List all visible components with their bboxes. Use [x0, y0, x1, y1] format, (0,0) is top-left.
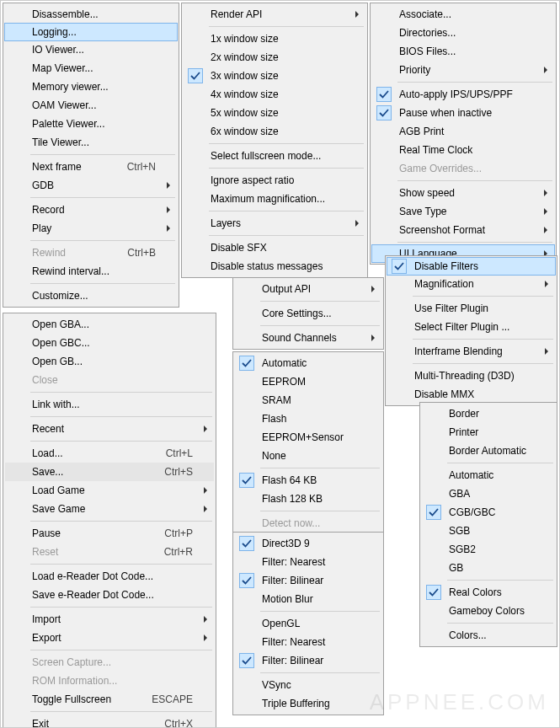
menu-item[interactable]: Logging...	[4, 23, 178, 41]
filters-menu[interactable]: Disable FiltersMagnificationUse Filter P…	[385, 255, 557, 406]
menu-item[interactable]: Open GBC...	[5, 334, 214, 352]
menu-item[interactable]: Border Automatic	[422, 442, 555, 460]
menu-item[interactable]: Link with...	[5, 395, 214, 414]
menu-item[interactable]: Open GBA...	[5, 315, 214, 334]
menu-item[interactable]: Disable status messages	[184, 257, 365, 276]
menu-item[interactable]: Gameboy Colors	[422, 602, 555, 620]
menu-item[interactable]: Triple Buffering	[235, 694, 381, 713]
audio-menu[interactable]: Output APICore Settings...Sound Channels	[232, 277, 384, 350]
menu-item[interactable]: Border	[422, 404, 555, 423]
menu-item[interactable]: GBA	[422, 484, 555, 503]
menu-item[interactable]: Filter: Bilinear	[235, 651, 381, 670]
menu-item[interactable]: Save Game	[5, 500, 214, 518]
menu-item[interactable]: Flash 128 KB	[235, 490, 381, 508]
menu-item[interactable]: Multi-Threading (D3D)	[387, 367, 555, 385]
menu-item[interactable]: Palette Viewer...	[5, 115, 177, 133]
menu-item[interactable]: OAM Viewer...	[5, 96, 177, 115]
menu-item[interactable]: Filter: Nearest	[235, 633, 381, 651]
menu-item[interactable]: Real Time Clock	[372, 141, 554, 159]
menu-item[interactable]: Next frameCtrl+N	[5, 158, 177, 176]
menu-item[interactable]: Load e-Reader Dot Code...	[5, 567, 214, 586]
menu-item[interactable]: Printer	[422, 423, 555, 442]
menu-item[interactable]: 1x window size	[184, 29, 365, 48]
menu-item[interactable]: Disable SFX	[184, 238, 365, 257]
menu-item[interactable]: Tile Viewer...	[5, 133, 177, 152]
menu-item[interactable]: Automatic	[422, 466, 555, 484]
menu-item[interactable]: Flash 64 KB	[235, 471, 381, 490]
file-menu[interactable]: Open GBA...Open GBC...Open GB...CloseLin…	[3, 313, 216, 728]
menu-item[interactable]: Export	[5, 629, 214, 647]
menu-item[interactable]: Load Game	[5, 481, 214, 500]
menu-item[interactable]: None	[235, 447, 381, 465]
menu-item[interactable]: Magnification	[387, 275, 555, 293]
menu-item[interactable]: Select Filter Plugin ...	[387, 318, 555, 336]
options-menu[interactable]: Associate...Directories...BIOS Files...P…	[370, 3, 557, 265]
menu-item[interactable]: 5x window size	[184, 104, 365, 122]
menu-item[interactable]: Core Settings...	[235, 304, 381, 323]
menu-item[interactable]: Automatic	[235, 354, 381, 372]
menu-item[interactable]: Real Colors	[422, 583, 555, 602]
menu-item[interactable]: Screenshot Format	[372, 221, 554, 239]
menu-item[interactable]: Toggle FullscreenESCAPE	[5, 690, 214, 709]
menu-item[interactable]: EEPROM	[235, 372, 381, 391]
menu-item[interactable]: 3x window size	[184, 67, 365, 85]
menu-item[interactable]: PauseCtrl+P	[5, 524, 214, 543]
menu-item[interactable]: Load...Ctrl+L	[5, 444, 214, 463]
menu-item[interactable]: Render API	[184, 5, 365, 24]
menu-item[interactable]: Associate...	[372, 5, 554, 24]
menu-item[interactable]: AGB Print	[372, 122, 554, 141]
menu-item[interactable]: Output API	[235, 280, 381, 298]
menu-item[interactable]: Disable Filters	[387, 257, 556, 276]
menu-item[interactable]: Use Filter Plugin	[387, 299, 555, 318]
menu-item[interactable]: Priority	[372, 61, 554, 79]
menu-item[interactable]: Filter: Bilinear	[235, 571, 381, 590]
menu-item[interactable]: Save e-Reader Dot Code...	[5, 586, 214, 604]
menu-item[interactable]: SGB2	[422, 540, 555, 559]
menu-item[interactable]: 2x window size	[184, 48, 365, 67]
menu-item[interactable]: Flash	[235, 410, 381, 428]
menu-item[interactable]: Import	[5, 610, 214, 629]
menu-item[interactable]: Show speed	[372, 184, 554, 202]
renderapi-menu[interactable]: Direct3D 9Filter: NearestFilter: Bilinea…	[232, 532, 384, 715]
menu-item[interactable]: SRAM	[235, 391, 381, 410]
menu-item[interactable]: Layers	[184, 214, 365, 233]
menu-item[interactable]: Maximum magnification...	[184, 190, 365, 208]
menu-item[interactable]: Interframe Blending	[387, 342, 555, 361]
menu-item[interactable]: Directories...	[372, 24, 554, 42]
menu-item[interactable]: Save...Ctrl+S	[5, 463, 214, 481]
menu-item[interactable]: Pause when inactive	[372, 104, 554, 122]
menu-item[interactable]: Record	[5, 201, 177, 219]
menu-item[interactable]: Direct3D 9	[235, 534, 381, 553]
menu-item[interactable]: GB	[422, 559, 555, 577]
menu-item[interactable]: ExitCtrl+X	[5, 715, 214, 728]
menu-item[interactable]: Sound Channels	[235, 329, 381, 347]
menu-item[interactable]: Disassemble...	[5, 5, 177, 24]
menu-item[interactable]: Open GB...	[5, 352, 214, 371]
menu-item[interactable]: GDB	[5, 176, 177, 195]
menu-item[interactable]: Recent	[5, 420, 214, 438]
menu-item[interactable]: Auto-apply IPS/UPS/PPF	[372, 85, 554, 104]
menu-item[interactable]: Select fullscreen mode...	[184, 147, 365, 165]
menu-item[interactable]: Play	[5, 219, 177, 238]
menu-item[interactable]: VSync	[235, 676, 381, 694]
menu-item[interactable]: Ignore aspect ratio	[184, 171, 365, 190]
menu-item[interactable]: Map Viewer...	[5, 59, 177, 78]
menu-item[interactable]: Motion Blur	[235, 590, 381, 608]
savetype-menu[interactable]: AutomaticEEPROMSRAMFlashEEPROM+SensorNon…	[232, 351, 384, 535]
menu-item[interactable]: OpenGL	[235, 614, 381, 633]
menu-item[interactable]: Customize...	[5, 286, 177, 305]
menu-item[interactable]: IO Viewer...	[5, 40, 177, 59]
menu-item[interactable]: 6x window size	[184, 122, 365, 141]
video-menu[interactable]: Render API1x window size2x window size3x…	[181, 3, 368, 278]
menu-item[interactable]: Save Type	[372, 202, 554, 221]
menu-item[interactable]: BIOS Files...	[372, 42, 554, 61]
menu-item[interactable]: Rewind interval...	[5, 262, 177, 281]
menu-item[interactable]: SGB	[422, 522, 555, 540]
menu-item[interactable]: Colors...	[422, 626, 555, 645]
menu-item[interactable]: CGB/GBC	[422, 503, 555, 522]
menu-item[interactable]: Disable MMX	[387, 385, 555, 404]
menu-item[interactable]: 4x window size	[184, 85, 365, 104]
menu-item[interactable]: Memory viewer...	[5, 78, 177, 96]
menu-item[interactable]: EEPROM+Sensor	[235, 428, 381, 447]
tools-menu[interactable]: Disassemble...Logging...IO Viewer...Map …	[3, 3, 179, 308]
